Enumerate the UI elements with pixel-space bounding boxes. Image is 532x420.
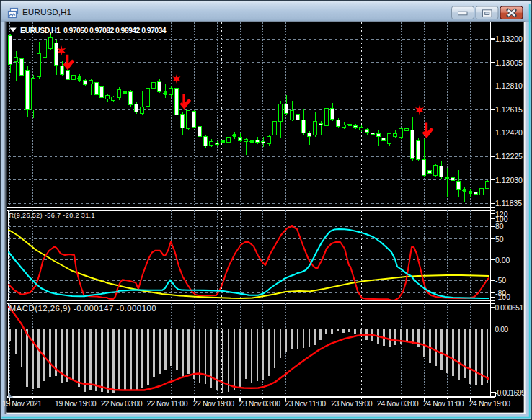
svg-text:23 Nov 11:00: 23 Nov 11:00: [285, 399, 326, 408]
svg-text:MACD(12,26,9) -0.000147 -0.000: MACD(12,26,9) -0.000147 -0.000100: [9, 304, 157, 313]
svg-text:23 Nov 03:00: 23 Nov 03:00: [239, 399, 281, 408]
svg-text:-50: -50: [495, 276, 506, 285]
svg-text:1.12030: 1.12030: [495, 176, 523, 184]
svg-text:0.00: 0.00: [495, 326, 509, 334]
svg-text:24 Nov 11:00: 24 Nov 11:00: [423, 399, 464, 408]
svg-text:1.13200: 1.13200: [495, 35, 523, 43]
svg-text:1.12420: 1.12420: [495, 128, 523, 137]
svg-text:22 Nov 03:00: 22 Nov 03:00: [101, 399, 143, 408]
svg-text:EURUSD,H1: EURUSD,H1: [22, 7, 71, 17]
svg-text:1.13005: 1.13005: [495, 58, 523, 67]
svg-text:22 Nov 11:00: 22 Nov 11:00: [147, 399, 188, 408]
svg-text:23 Nov 19:00: 23 Nov 19:00: [331, 399, 373, 408]
svg-text:0.000651: 0.000651: [495, 304, 524, 312]
svg-text:EURUSD,H1 0.97050 0.97082 0.9: EURUSD,H1 0.97050 0.97082 0.96942 0.9703…: [20, 26, 167, 35]
svg-text:22 Nov 19:00: 22 Nov 19:00: [193, 399, 235, 408]
svg-text:19 Nov 2021: 19 Nov 2021: [2, 399, 42, 408]
svg-text:R(9,26,52) -56.7 -20.2 31.1: R(9,26,52) -56.7 -20.2 31.1: [9, 212, 95, 219]
svg-text:24 Nov 19:00: 24 Nov 19:00: [469, 399, 511, 408]
svg-text:24 Nov 03:00: 24 Nov 03:00: [377, 399, 419, 408]
svg-text:-0.001699: -0.001699: [495, 389, 526, 397]
svg-text:-100: -100: [495, 292, 510, 301]
svg-text:1.12615: 1.12615: [495, 105, 523, 114]
svg-text:1.12810: 1.12810: [495, 81, 523, 90]
svg-text:0.00: 0.00: [495, 256, 510, 264]
svg-text:50: 50: [495, 235, 504, 243]
svg-text:1.11835: 1.11835: [495, 199, 522, 207]
svg-text:80: 80: [495, 222, 504, 231]
svg-text:1.12225: 1.12225: [495, 152, 523, 161]
svg-text:19 Nov 19:00: 19 Nov 19:00: [55, 399, 97, 408]
